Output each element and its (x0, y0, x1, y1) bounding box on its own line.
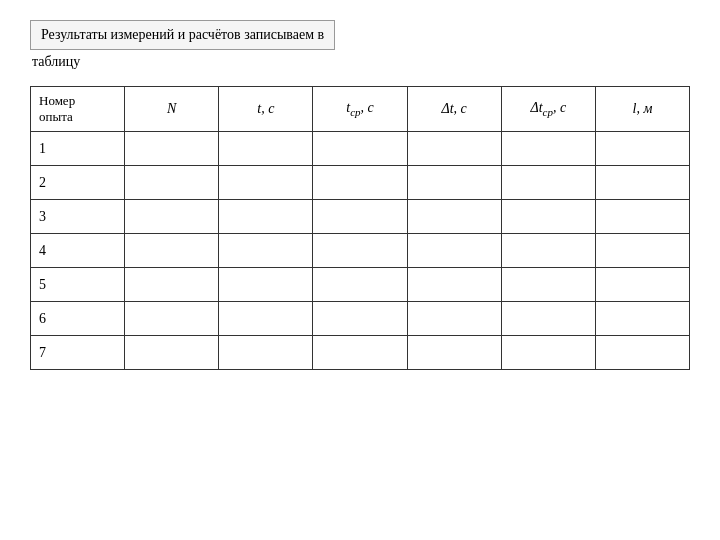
cell-dtcp (501, 302, 595, 336)
cell-dtcp (501, 268, 595, 302)
cell-tcp (313, 200, 407, 234)
cell-dt (407, 302, 501, 336)
col-header-t: t, c (219, 87, 313, 132)
header-line2: таблицу (30, 54, 690, 70)
table-row: 6 (31, 302, 690, 336)
col-header-tcp: tср, c (313, 87, 407, 132)
cell-row-num: 6 (31, 302, 125, 336)
cell-t (219, 336, 313, 370)
cell-tcp (313, 268, 407, 302)
cell-tcp (313, 302, 407, 336)
cell-dt (407, 336, 501, 370)
cell-dt (407, 234, 501, 268)
col-header-dt: Δt, c (407, 87, 501, 132)
cell-N (125, 268, 219, 302)
cell-row-num: 7 (31, 336, 125, 370)
cell-tcp (313, 166, 407, 200)
cell-row-num: 2 (31, 166, 125, 200)
cell-l (595, 268, 689, 302)
table-row: 2 (31, 166, 690, 200)
cell-t (219, 234, 313, 268)
cell-N (125, 200, 219, 234)
cell-t (219, 132, 313, 166)
measurements-table: Номеропыта N t, c tср, c Δt, c Δtср, c l… (30, 86, 690, 370)
col-header-N: N (125, 87, 219, 132)
cell-t (219, 166, 313, 200)
cell-t (219, 268, 313, 302)
cell-N (125, 302, 219, 336)
cell-dt (407, 132, 501, 166)
table-row: 1 (31, 132, 690, 166)
cell-row-num: 5 (31, 268, 125, 302)
cell-dt (407, 200, 501, 234)
cell-row-num: 4 (31, 234, 125, 268)
cell-dt (407, 268, 501, 302)
cell-row-num: 1 (31, 132, 125, 166)
col-header-dtcp: Δtср, c (501, 87, 595, 132)
cell-l (595, 302, 689, 336)
cell-tcp (313, 336, 407, 370)
cell-l (595, 200, 689, 234)
cell-dtcp (501, 336, 595, 370)
page-container: Результаты измерений и расчётов записыва… (0, 0, 720, 390)
cell-dtcp (501, 234, 595, 268)
cell-row-num: 3 (31, 200, 125, 234)
cell-l (595, 132, 689, 166)
cell-dtcp (501, 166, 595, 200)
cell-t (219, 302, 313, 336)
cell-l (595, 166, 689, 200)
cell-dtcp (501, 132, 595, 166)
cell-N (125, 234, 219, 268)
cell-t (219, 200, 313, 234)
header-line1: Результаты измерений и расчётов записыва… (30, 20, 335, 50)
cell-tcp (313, 132, 407, 166)
cell-dt (407, 166, 501, 200)
header-box: Результаты измерений и расчётов записыва… (30, 20, 690, 54)
cell-N (125, 132, 219, 166)
table-row: 5 (31, 268, 690, 302)
cell-l (595, 336, 689, 370)
cell-l (595, 234, 689, 268)
cell-dtcp (501, 200, 595, 234)
table-row: 4 (31, 234, 690, 268)
cell-N (125, 166, 219, 200)
table-row: 3 (31, 200, 690, 234)
table-row: 7 (31, 336, 690, 370)
cell-tcp (313, 234, 407, 268)
col-header-l: l, м (595, 87, 689, 132)
cell-N (125, 336, 219, 370)
col-header-num: Номеропыта (31, 87, 125, 132)
